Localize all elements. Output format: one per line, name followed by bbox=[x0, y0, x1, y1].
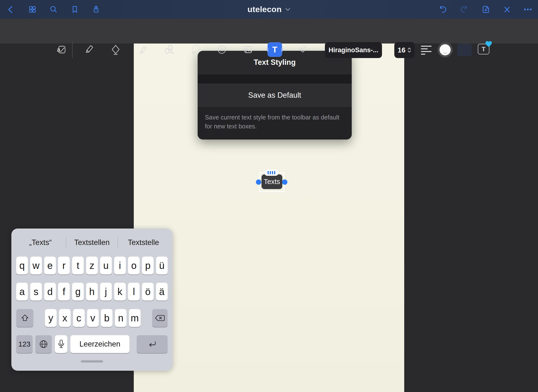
text-align-button[interactable] bbox=[421, 44, 433, 56]
key-p[interactable]: p bbox=[142, 257, 154, 274]
lasso-tool[interactable] bbox=[188, 42, 204, 57]
chevron-down-icon bbox=[285, 8, 291, 11]
bookmark-button[interactable] bbox=[70, 5, 80, 14]
key-row-4: 123 Leerzeichen bbox=[16, 335, 168, 353]
key-e[interactable]: e bbox=[44, 257, 56, 274]
key-l[interactable]: l bbox=[128, 283, 140, 301]
dictation-key[interactable] bbox=[55, 335, 67, 353]
page-mode-tool[interactable]: a bbox=[53, 42, 69, 57]
key-b[interactable]: b bbox=[101, 309, 112, 327]
highlighter-tool[interactable] bbox=[135, 42, 150, 57]
keyboard-drag-handle[interactable] bbox=[81, 360, 103, 362]
globe-key[interactable] bbox=[35, 335, 52, 353]
photo-tool[interactable] bbox=[240, 42, 256, 57]
key-d[interactable]: d bbox=[44, 283, 56, 301]
add-page-button[interactable] bbox=[481, 5, 491, 14]
key-h[interactable]: h bbox=[86, 283, 98, 301]
resize-handle-left[interactable] bbox=[256, 179, 261, 185]
key-a[interactable]: a bbox=[16, 283, 28, 301]
key-y[interactable]: y bbox=[45, 309, 57, 327]
toolbar-divider bbox=[72, 41, 73, 58]
close-button[interactable] bbox=[502, 5, 512, 14]
ellipsis-icon bbox=[523, 5, 532, 14]
suggestion-1[interactable]: „Texts“ bbox=[15, 238, 66, 247]
key-u[interactable]: u bbox=[100, 257, 112, 274]
suggestion-3[interactable]: Textstelle bbox=[118, 238, 169, 247]
stepper-chevrons-icon bbox=[407, 47, 411, 53]
more-button[interactable] bbox=[523, 5, 533, 14]
key-t[interactable]: t bbox=[72, 257, 84, 274]
space-key[interactable]: Leerzeichen bbox=[70, 335, 129, 353]
laser-pointer-tool[interactable] bbox=[294, 42, 309, 57]
text-box[interactable]: Texts bbox=[262, 174, 282, 189]
pen-tool[interactable] bbox=[81, 42, 97, 57]
grid-icon bbox=[28, 5, 37, 14]
shift-key[interactable] bbox=[16, 309, 33, 327]
bookmark-icon bbox=[70, 5, 79, 14]
eraser-icon bbox=[110, 44, 121, 55]
font-size-stepper[interactable]: 16 bbox=[394, 42, 415, 58]
key-s[interactable]: s bbox=[30, 283, 42, 301]
search-icon bbox=[49, 5, 58, 14]
key-ae[interactable]: ä bbox=[156, 283, 168, 301]
tools-toolbar: a bbox=[0, 19, 538, 44]
backspace-icon bbox=[154, 314, 165, 322]
pen-icon bbox=[83, 44, 94, 55]
color-swatch-white bbox=[440, 44, 451, 55]
key-k[interactable]: k bbox=[114, 283, 126, 301]
key-o[interactable]: o bbox=[128, 257, 140, 274]
share-button[interactable] bbox=[91, 5, 101, 14]
key-q[interactable]: q bbox=[16, 257, 28, 274]
text-styling-popover: Text Styling Save as Default Save curren… bbox=[198, 51, 352, 140]
text-tool-left-tab bbox=[267, 48, 268, 52]
key-r[interactable]: r bbox=[58, 257, 70, 274]
shapes-tool[interactable] bbox=[162, 42, 177, 57]
chevron-left-icon bbox=[6, 5, 15, 14]
redo-icon bbox=[460, 5, 469, 14]
font-family-button[interactable]: HiraginoSans-... bbox=[325, 42, 382, 58]
key-ue[interactable]: ü bbox=[156, 257, 168, 274]
navigation-bar: utelecon bbox=[0, 0, 538, 19]
suggestion-bar: „Texts“ Textstellen Textstelle bbox=[15, 232, 169, 253]
key-x[interactable]: x bbox=[59, 309, 71, 327]
elements-tool[interactable] bbox=[214, 42, 230, 57]
font-name-label: HiraginoSans-... bbox=[329, 46, 378, 54]
key-g[interactable]: g bbox=[72, 283, 84, 301]
key-f[interactable]: f bbox=[58, 283, 70, 301]
back-button[interactable] bbox=[6, 5, 15, 14]
laser-pointer-icon bbox=[296, 44, 307, 55]
text-color-swatch[interactable] bbox=[438, 42, 453, 57]
share-icon bbox=[91, 5, 101, 14]
save-as-default-button[interactable]: Save as Default bbox=[198, 84, 352, 106]
key-row-3: y x c v b n m bbox=[16, 309, 168, 327]
shapes-icon bbox=[164, 44, 175, 55]
text-tool[interactable]: T bbox=[268, 42, 282, 57]
microphone-icon bbox=[58, 339, 65, 349]
thumbnails-button[interactable] bbox=[28, 5, 37, 14]
document-title-menu[interactable]: utelecon bbox=[247, 0, 291, 19]
key-j[interactable]: j bbox=[100, 283, 112, 301]
search-button[interactable] bbox=[49, 5, 58, 14]
key-n[interactable]: n bbox=[115, 309, 127, 327]
redo-button[interactable] bbox=[459, 5, 469, 14]
key-oe[interactable]: ö bbox=[142, 283, 154, 301]
eraser-tool[interactable] bbox=[108, 42, 123, 57]
textbox-drag-handle[interactable] bbox=[264, 169, 279, 176]
text-style-button[interactable]: T bbox=[478, 44, 489, 54]
font-size-value: 16 bbox=[398, 46, 405, 54]
highlighter-icon bbox=[137, 44, 148, 55]
key-w[interactable]: w bbox=[30, 257, 42, 274]
suggestion-2[interactable]: Textstellen bbox=[66, 238, 118, 247]
return-key[interactable] bbox=[137, 335, 168, 353]
backspace-key[interactable] bbox=[152, 309, 168, 327]
key-i[interactable]: i bbox=[114, 257, 126, 274]
key-v[interactable]: v bbox=[87, 309, 99, 327]
key-row-1: q w e r t z u i o p ü bbox=[16, 257, 168, 274]
key-m[interactable]: m bbox=[129, 309, 141, 327]
color-swatch-dark[interactable] bbox=[457, 44, 472, 56]
resize-handle-right[interactable] bbox=[282, 179, 287, 185]
key-z[interactable]: z bbox=[86, 257, 98, 274]
undo-button[interactable] bbox=[438, 5, 448, 14]
numbers-key[interactable]: 123 bbox=[16, 335, 33, 353]
key-c[interactable]: c bbox=[73, 309, 85, 327]
